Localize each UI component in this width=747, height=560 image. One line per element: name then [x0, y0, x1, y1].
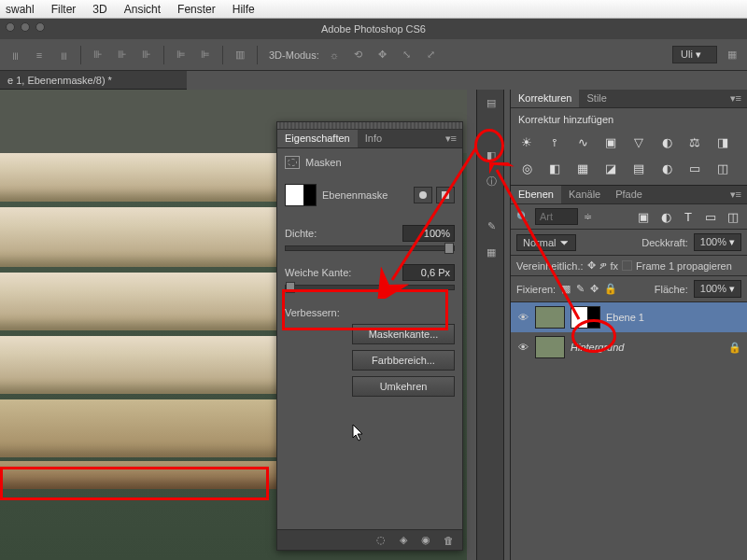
colorbalance-icon[interactable]: ⚖ [686, 134, 703, 149]
unify-vis-icon[interactable]: ዎ [599, 259, 607, 272]
search-icon[interactable]: 🔍 [516, 211, 529, 223]
layer-name[interactable]: Hintergrund [571, 342, 624, 353]
pixel-mask-button[interactable] [414, 187, 432, 203]
layer-row-background[interactable]: 👁 Hintergrund 🔒 [511, 332, 747, 362]
farbbereich-button[interactable]: Farbbereich... [352, 350, 455, 371]
panel-grip[interactable] [277, 122, 462, 130]
distribute-5-icon[interactable]: ⊫ [196, 46, 215, 64]
align-right-icon[interactable]: ⫼ [54, 46, 73, 64]
filter-type-icon[interactable]: T [680, 209, 697, 224]
flaeche-value[interactable]: 100% ▾ [694, 280, 741, 298]
gradientmap-icon[interactable]: ▭ [686, 161, 703, 175]
hue-icon[interactable]: ◐ [658, 134, 675, 149]
curves-icon[interactable]: ∿ [574, 134, 591, 149]
3d-scale-icon[interactable]: ⤢ [422, 46, 441, 64]
layer-thumbnail[interactable] [535, 336, 565, 358]
visibility-icon[interactable]: 👁 [516, 342, 529, 353]
blend-mode-select[interactable]: Normal ⏷ [516, 234, 576, 251]
dichte-value[interactable]: 100% [402, 225, 455, 242]
deckkraft-value[interactable]: 100% ▾ [694, 233, 741, 251]
mask-thumbnail[interactable] [285, 184, 317, 206]
channelmixer-icon[interactable]: ◧ [546, 161, 563, 175]
filter-shape-icon[interactable]: ▭ [702, 209, 719, 224]
brightness-icon[interactable]: ☀ [518, 134, 535, 149]
mask-mode-icon[interactable] [285, 156, 300, 169]
layer-thumbnail[interactable] [535, 306, 565, 329]
disable-mask-icon[interactable]: ◉ [419, 534, 432, 547]
align-center-icon[interactable]: ≡ [30, 46, 49, 64]
arrange-icon[interactable]: ▥ [231, 46, 249, 64]
vector-mask-button[interactable] [436, 187, 455, 203]
unify-pos-icon[interactable]: ✥ [587, 259, 596, 272]
dock-swatches-icon[interactable]: ▦ [477, 239, 505, 265]
trash-icon[interactable]: 🗑 [442, 534, 455, 547]
tab-pfade[interactable]: Pfade [608, 186, 650, 203]
umkehren-button[interactable]: Umkehren [352, 376, 455, 397]
adjustments-menu-icon[interactable]: ▾≡ [725, 90, 747, 107]
posterize-icon[interactable]: ▤ [630, 161, 647, 175]
align-left-icon[interactable]: ⫼ [6, 46, 24, 64]
weiche-kante-value[interactable]: 0,6 Px [402, 264, 455, 281]
weiche-kante-slider[interactable] [285, 285, 455, 290]
dock-history-icon[interactable]: ▤ [477, 90, 505, 116]
tab-stile[interactable]: Stile [579, 90, 613, 107]
menu-swahl[interactable]: swahl [6, 3, 35, 16]
tab-kanale[interactable]: Kanäle [561, 186, 608, 203]
lock-all-icon[interactable]: 🔒 [604, 283, 617, 295]
tab-info[interactable]: Info [358, 130, 389, 147]
lock-paint-icon[interactable]: ✎ [576, 283, 585, 295]
3d-slide-icon[interactable]: ⤡ [398, 46, 416, 64]
exposure-icon[interactable]: ▣ [602, 134, 619, 149]
load-selection-icon[interactable]: ◌ [374, 534, 388, 547]
app-title: Adobe Photoshop CS6 [321, 23, 426, 35]
photofilter-icon[interactable]: ◎ [518, 161, 535, 175]
dichte-slider[interactable] [285, 245, 455, 251]
dock-properties-icon[interactable]: ◧ [477, 142, 505, 168]
3d-orbit-icon[interactable]: ☼ [325, 46, 344, 64]
maskenkante-button[interactable]: Maskenkante... [352, 324, 455, 344]
menu-hilfe[interactable]: Hilfe [233, 3, 255, 16]
layer-name[interactable]: Ebene 1 [606, 312, 644, 323]
apply-mask-icon[interactable]: ◈ [397, 534, 410, 547]
menu-filter[interactable]: Filter [51, 3, 77, 16]
distribute-1-icon[interactable]: ⊪ [89, 46, 107, 64]
mac-menubar[interactable]: swahl Filter 3D Ansicht Fenster Hilfe [0, 0, 747, 19]
distribute-4-icon[interactable]: ⊫ [172, 46, 190, 64]
layer-mask-thumbnail[interactable] [571, 306, 600, 329]
lock-trans-icon[interactable]: ▩ [561, 283, 571, 295]
threshold-icon[interactable]: ◐ [658, 161, 675, 175]
panel-menu-icon[interactable]: ▾≡ [440, 130, 462, 147]
window-traffic-lights[interactable] [6, 22, 45, 32]
tab-korrekturen[interactable]: Korrekturen [511, 90, 579, 107]
workspace-icon[interactable]: ▦ [723, 46, 741, 64]
frame-propagate-checkbox[interactable] [622, 260, 632, 271]
bw-icon[interactable]: ◨ [714, 134, 731, 149]
vibrance-icon[interactable]: ▽ [630, 134, 647, 149]
menu-ansicht[interactable]: Ansicht [124, 3, 161, 16]
levels-icon[interactable]: ⫯ [546, 134, 563, 149]
document-tab[interactable]: e 1, Ebenenmaske/8) * [0, 71, 187, 90]
dock-brush-icon[interactable]: ✎ [477, 213, 505, 239]
layer-search-input[interactable] [535, 208, 578, 225]
filter-pixel-icon[interactable]: ▣ [635, 209, 652, 224]
filter-adjust-icon[interactable]: ◐ [657, 209, 674, 224]
layers-menu-icon[interactable]: ▾≡ [725, 186, 747, 203]
invert-icon[interactable]: ◪ [602, 161, 619, 175]
3d-rotate-icon[interactable]: ⟲ [349, 46, 368, 64]
colorlookup-icon[interactable]: ▦ [574, 161, 591, 175]
3d-pan-icon[interactable]: ✥ [374, 46, 392, 64]
tab-eigenschaften[interactable]: Eigenschaften [277, 130, 358, 147]
lock-pos-icon[interactable]: ✥ [590, 283, 599, 295]
user-dropdown[interactable]: Uli ▾ [672, 46, 717, 63]
layer-row-ebene1[interactable]: 👁 Ebene 1 [511, 302, 747, 332]
dock-info-icon[interactable]: ⓘ [477, 168, 505, 194]
distribute-3-icon[interactable]: ⊪ [137, 46, 156, 64]
menu-3d[interactable]: 3D [92, 3, 106, 16]
unify-style-icon[interactable]: fx [611, 260, 619, 272]
distribute-2-icon[interactable]: ⊪ [113, 46, 132, 64]
selective-icon[interactable]: ◫ [714, 161, 731, 175]
filter-smart-icon[interactable]: ◫ [725, 209, 741, 224]
tab-ebenen[interactable]: Ebenen [511, 186, 561, 203]
menu-fenster[interactable]: Fenster [177, 3, 216, 16]
visibility-icon[interactable]: 👁 [516, 312, 529, 323]
